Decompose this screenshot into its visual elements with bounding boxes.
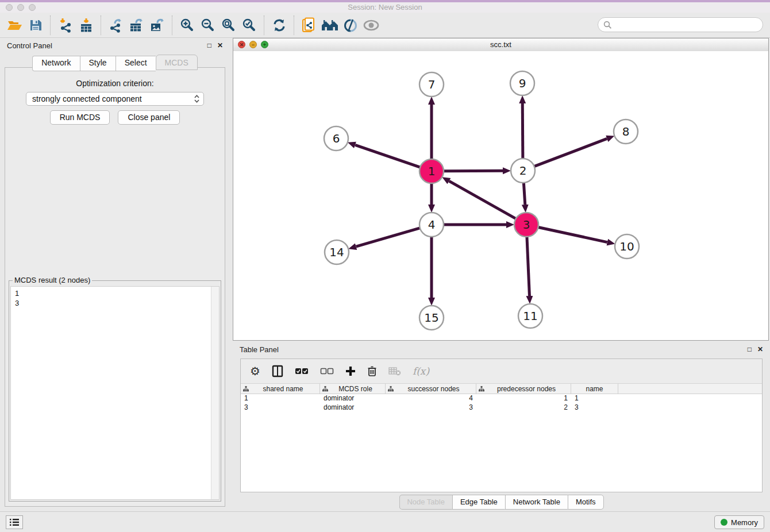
window-close-button[interactable] — [6, 4, 13, 11]
application-window: Session: New Session — [0, 0, 770, 532]
graph-edge-2-3[interactable] — [523, 183, 525, 205]
graph-node-label: 11 — [523, 309, 537, 323]
shared-column-icon — [322, 386, 328, 392]
toolbar-search[interactable] — [598, 17, 763, 32]
open-session-button[interactable] — [5, 15, 25, 36]
mcds-buttons-row: Run MCDS Close panel — [5, 110, 225, 125]
select-all-columns-icon[interactable] — [295, 368, 309, 375]
table-cell[interactable]: 3 — [386, 403, 476, 413]
mcds-result-box[interactable]: 1 3 — [10, 286, 220, 500]
table-settings-gear-icon[interactable]: ⚙ — [250, 364, 260, 378]
column-header-shared-name[interactable]: shared name — [241, 384, 320, 394]
table-cell[interactable]: dominator — [320, 394, 386, 403]
show-columns-icon[interactable] — [272, 365, 283, 377]
optimization-criterion-select[interactable]: strongly connected component — [26, 92, 204, 106]
search-input[interactable] — [615, 20, 757, 30]
tab-edge-table[interactable]: Edge Table — [452, 495, 505, 510]
column-header-predecessor-nodes[interactable]: predecessor nodes — [476, 384, 571, 394]
table-cell[interactable]: dominator — [320, 403, 386, 413]
zoom-selected-icon — [242, 18, 257, 33]
graph-node-label: 3 — [523, 218, 530, 232]
export-network-icon — [109, 18, 124, 33]
graph-edge-2-9[interactable] — [522, 103, 523, 159]
export-table-button[interactable] — [126, 15, 147, 36]
graph-edge-3-11[interactable] — [527, 237, 530, 296]
run-mcds-button[interactable]: Run MCDS — [50, 110, 110, 125]
graph-node-label: 7 — [428, 78, 436, 91]
table-cell[interactable]: 1 — [571, 394, 618, 403]
create-column-plus-icon[interactable] — [345, 366, 356, 376]
memory-button[interactable]: Memory — [714, 515, 764, 529]
hide-selected-button[interactable] — [340, 15, 361, 36]
graph-edge-1-6[interactable] — [355, 145, 420, 167]
refresh-button[interactable] — [269, 15, 290, 36]
network-canvas[interactable]: 7968124314101511 — [233, 51, 768, 340]
table-cell[interactable]: 1 — [241, 394, 320, 403]
close-panel-button[interactable]: Close panel — [118, 110, 180, 125]
close-panel-icon[interactable]: ✕ — [757, 345, 763, 353]
tab-style[interactable]: Style — [80, 56, 116, 71]
main-toolbar — [0, 13, 770, 38]
table-cell[interactable]: 3 — [241, 403, 320, 413]
unselect-all-columns-icon[interactable] — [320, 368, 334, 375]
table-cell[interactable]: 4 — [386, 394, 476, 403]
frame-close-button[interactable]: ✕ — [238, 41, 245, 48]
shared-column-icon — [243, 386, 249, 392]
network-canvas-svg[interactable]: 7968124314101511 — [233, 51, 768, 340]
table-row[interactable]: 3dominator323 — [241, 403, 762, 413]
graph-edge-2-8[interactable] — [534, 138, 607, 166]
show-all-button[interactable] — [361, 15, 382, 36]
graph-edge-1-2[interactable] — [444, 171, 503, 171]
tab-select[interactable]: Select — [116, 56, 156, 71]
zoom-out-button[interactable] — [198, 15, 218, 36]
save-session-button[interactable] — [25, 15, 46, 36]
optimization-criterion-label: Optimization criterion: — [5, 79, 225, 88]
export-image-button[interactable] — [147, 15, 168, 36]
tab-network-table[interactable]: Network Table — [505, 495, 568, 510]
tab-network[interactable]: Network — [32, 56, 79, 71]
table-cell[interactable]: 1 — [476, 394, 571, 403]
import-network-icon — [58, 18, 73, 33]
network-window-titlebar[interactable]: ✕ − + scc.txt — [233, 38, 768, 52]
graph-edge-3-10[interactable] — [538, 227, 607, 242]
close-panel-icon[interactable]: ✕ — [217, 41, 223, 49]
show-task-history-button[interactable] — [6, 515, 23, 529]
first-neighbors-button[interactable] — [319, 15, 340, 36]
graph-edge-4-14[interactable] — [356, 228, 420, 246]
column-header-successor-nodes[interactable]: successor nodes — [386, 384, 476, 394]
toolbar-separator — [50, 16, 51, 35]
refresh-icon — [272, 18, 286, 32]
window-zoom-button[interactable] — [29, 4, 36, 11]
window-minimize-button[interactable] — [17, 4, 24, 11]
result-scrollbar[interactable] — [211, 287, 219, 499]
column-header-name[interactable]: name — [571, 384, 618, 394]
column-header-MCDS-role[interactable]: MCDS role — [320, 384, 386, 394]
table-cell[interactable]: 3 — [571, 403, 618, 413]
delete-column-trash-icon[interactable] — [367, 365, 377, 377]
frame-maximize-button[interactable]: + — [261, 41, 268, 48]
delete-table-icon — [388, 367, 401, 376]
new-network-from-selection-button[interactable] — [299, 15, 319, 36]
tab-node-table[interactable]: Node Table — [399, 495, 452, 510]
frame-minimize-button[interactable]: − — [249, 41, 257, 48]
tab-motifs[interactable]: Motifs — [568, 495, 604, 510]
export-network-button[interactable] — [106, 15, 126, 36]
zoom-fit-button[interactable] — [218, 15, 239, 36]
tab-mcds[interactable]: MCDS — [156, 55, 198, 70]
shared-column-icon — [479, 386, 484, 392]
node-table-container: ⚙ f(x) — [240, 358, 763, 492]
zoom-selected-button[interactable] — [239, 15, 260, 36]
optimization-criterion-value: strongly connected component — [32, 94, 194, 103]
table-cell[interactable]: 2 — [476, 403, 571, 413]
float-panel-icon[interactable]: □ — [207, 41, 211, 49]
float-panel-icon[interactable]: □ — [748, 345, 752, 353]
graph-node-label: 15 — [424, 311, 438, 325]
zoom-in-button[interactable] — [177, 15, 198, 36]
houses-icon — [321, 19, 339, 32]
table-row[interactable]: 1dominator411 — [241, 394, 762, 403]
import-table-button[interactable] — [76, 15, 97, 36]
graph-edge-3-1[interactable] — [449, 181, 515, 219]
mcds-result-text: 1 3 — [15, 288, 209, 308]
graph-node-label: 6 — [333, 132, 340, 145]
import-network-button[interactable] — [55, 15, 76, 36]
